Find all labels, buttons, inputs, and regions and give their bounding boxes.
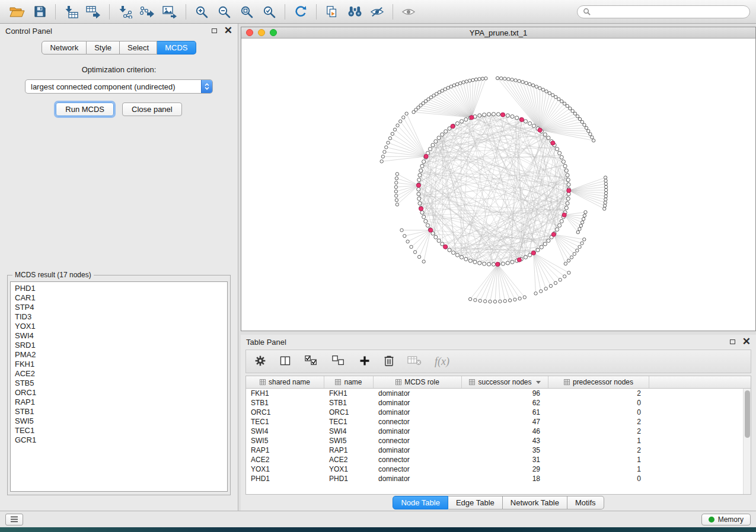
refresh-layout-icon [294,5,308,19]
table-row[interactable]: ORC1 ORC1 dominator 61 0 [246,408,751,417]
close-panel-icon[interactable]: ✕ [742,338,751,346]
network-window-titlebar[interactable]: YPA_prune.txt_1 [241,27,755,39]
table-row[interactable]: FKH1 FKH1 dominator 96 2 [246,389,751,398]
tab-network-table[interactable]: Network Table [503,496,567,509]
network-canvas[interactable] [241,39,755,331]
column-header-successor-nodes[interactable]: successor nodes [462,376,548,388]
column-header-shared-name[interactable]: shared name [246,376,324,388]
tab-motifs[interactable]: Motifs [567,496,604,509]
optimization-criterion-label: Optimization criterion: [7,65,231,74]
table-scrollbar[interactable] [743,389,751,494]
function-builder-button[interactable]: f(x) [435,355,449,368]
toolbar-separator [285,4,285,20]
network-search-box[interactable] [577,5,750,18]
toggle-graphics-button[interactable] [397,2,420,21]
list-item[interactable]: SWI4 [15,331,227,341]
search-input[interactable] [594,7,744,17]
float-panel-icon[interactable] [730,339,735,344]
tab-mcds[interactable]: MCDS [157,41,196,55]
column-header-predecessor-nodes[interactable]: predecessor nodes [548,376,649,388]
zoom-selected-button[interactable] [258,2,280,21]
table-row[interactable]: ACE2 ACE2 connector 31 1 [246,455,751,464]
list-item[interactable]: SWI5 [15,416,227,426]
minimize-window-button[interactable] [258,29,265,36]
save-session-button[interactable] [28,2,51,21]
list-item[interactable]: ACE2 [15,369,227,379]
list-item[interactable]: STB5 [15,379,227,388]
attribute-grid-icon [335,379,341,385]
column-header-name[interactable]: name [324,376,374,388]
delete-table-button[interactable] [407,355,422,368]
close-panel-button[interactable]: Close panel [122,102,182,116]
copy-view-button[interactable] [321,2,343,21]
table-row[interactable]: YOX1 YOX1 connector 29 1 [246,464,751,474]
zoom-out-button[interactable] [213,2,235,21]
export-network-icon [140,5,155,18]
tab-select[interactable]: Select [120,41,157,55]
import-network-button[interactable] [114,2,136,21]
cell-predecessor-nodes: 1 [548,437,649,445]
export-table-button[interactable] [82,2,105,21]
list-item[interactable]: ORC1 [15,388,227,398]
list-item[interactable]: TEC1 [15,426,227,435]
float-panel-icon[interactable] [212,28,217,33]
memory-button[interactable]: Memory [701,514,751,525]
run-mcds-button[interactable]: Run MCDS [56,102,114,116]
table-row[interactable]: PHD1 PHD1 dominator 18 0 [246,474,751,483]
list-item[interactable]: SRD1 [15,341,227,350]
list-item[interactable]: YOX1 [15,322,227,331]
network-window-title: YPA_prune.txt_1 [241,28,755,37]
list-item[interactable]: GCR1 [15,435,227,445]
show-columns-button[interactable] [279,355,291,368]
list-item[interactable]: STB1 [15,407,227,416]
open-folder-icon [9,6,25,18]
tab-style[interactable]: Style [87,41,120,55]
cell-successor-nodes: 62 [462,399,548,407]
maximize-window-button[interactable] [270,29,277,36]
deselect-all-button[interactable] [331,354,346,369]
list-item[interactable]: STP4 [15,303,227,312]
list-item[interactable]: PHD1 [15,284,227,293]
table-panel-tabs: Node Table Edge Table Network Table Moti… [241,495,756,511]
select-stepper [201,79,212,94]
open-session-button[interactable] [6,2,28,21]
list-item[interactable]: CAR1 [15,293,227,303]
table-row[interactable]: TEC1 TEC1 connector 47 2 [246,417,751,427]
scrollbar-thumb[interactable] [745,390,750,438]
cell-shared-name: SWI4 [246,427,324,435]
column-label: MCDS role [404,378,439,386]
list-item[interactable]: FKH1 [15,360,227,369]
columns-icon [279,355,291,367]
table-row[interactable]: SWI4 SWI4 dominator 46 2 [246,427,751,436]
tab-node-table[interactable]: Node Table [393,496,448,509]
annotation-mode-button[interactable] [366,2,388,21]
control-panel-header: Control Panel ✕ [0,24,238,38]
close-panel-icon[interactable]: ✕ [224,27,232,35]
mcds-result-list[interactable]: PHD1 CAR1 STP4 TID3 YOX1 SWI4 SRD1 PMA2 … [10,281,228,492]
search-network-button[interactable] [343,2,366,21]
delete-column-button[interactable] [384,354,394,368]
table-panel-header: Table Panel ✕ [241,335,756,349]
refresh-layout-button[interactable] [289,2,312,21]
list-item[interactable]: RAP1 [15,398,227,407]
list-item[interactable]: TID3 [15,312,227,322]
select-all-button[interactable] [304,354,318,369]
table-settings-button[interactable] [254,355,266,368]
export-network-button[interactable] [136,2,159,21]
add-column-button[interactable] [359,355,371,368]
zoom-in-button[interactable] [190,2,213,21]
table-row[interactable]: SWI5 SWI5 connector 43 1 [246,436,751,446]
import-table-button[interactable] [60,2,82,21]
task-history-button[interactable] [5,514,23,525]
tab-network[interactable]: Network [42,41,87,55]
table-panel: Table Panel ✕ [241,335,756,511]
table-row[interactable]: STB1 STB1 dominator 62 0 [246,398,751,408]
zoom-fit-button[interactable] [235,2,258,21]
tab-edge-table[interactable]: Edge Table [448,496,503,509]
list-item[interactable]: PMA2 [15,350,227,360]
optimization-criterion-select[interactable]: largest connected component (undirected) [25,79,213,94]
column-header-mcds-role[interactable]: MCDS role [374,376,462,388]
export-image-button[interactable] [159,2,181,21]
close-window-button[interactable] [246,29,253,36]
table-row[interactable]: RAP1 RAP1 dominator 35 2 [246,446,751,455]
